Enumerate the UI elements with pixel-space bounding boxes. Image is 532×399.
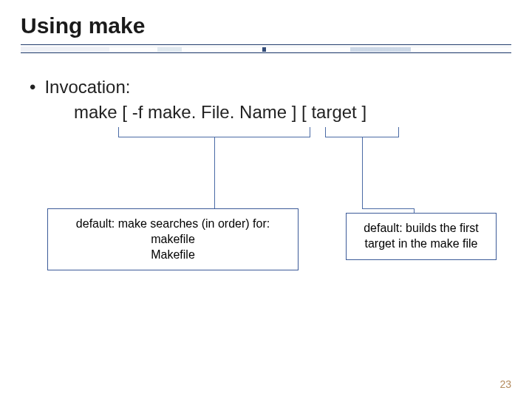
slide-title: Using make [21, 13, 145, 38]
callout-left-line2: makefile [58, 232, 287, 248]
connector-right-h [362, 208, 414, 209]
callout-box-left: default: make searches (in order) for: m… [47, 208, 299, 270]
bullet-dot-icon: • [30, 77, 35, 98]
bracket-left [118, 127, 310, 137]
slide-number: 23 [499, 378, 511, 390]
command-line: make [ -f make. File. Name ] [ target ] [74, 102, 366, 123]
callout-right-line1: default: builds the first [357, 221, 485, 236]
callout-left-line1: default: make searches (in order) for: [58, 216, 287, 232]
bullet-text: Invocation: [44, 77, 130, 98]
bullet-item: • Invocation: make [ -f make. File. Name… [30, 77, 366, 123]
callout-left-line3: Makefile [58, 248, 287, 263]
title-underline [21, 44, 511, 53]
bracket-right [325, 127, 399, 137]
callout-right-line2: target in the make file [357, 236, 485, 252]
callout-box-right: default: builds the first target in the … [346, 213, 497, 260]
connector-left [214, 137, 215, 208]
connector-right [362, 137, 363, 208]
